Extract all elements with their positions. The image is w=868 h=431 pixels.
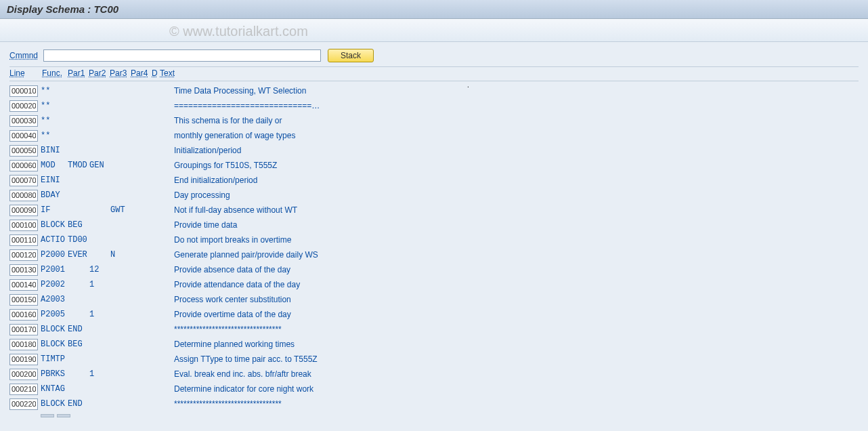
header-par3: Par3 xyxy=(110,68,131,78)
line-input[interactable] xyxy=(9,339,38,350)
bottom-scroll xyxy=(9,414,859,421)
table-row: **=============================… xyxy=(9,98,859,113)
line-cell xyxy=(9,324,41,335)
par2-cell: 12 xyxy=(89,265,110,274)
line-input[interactable] xyxy=(9,234,38,246)
table-row: PBRKS1Eval. break end inc. abs. bfr/aftr… xyxy=(9,367,859,382)
line-cell xyxy=(9,369,41,380)
par1-cell: BEG xyxy=(68,340,89,349)
line-input[interactable] xyxy=(9,279,38,291)
line-input[interactable] xyxy=(9,369,38,380)
func-cell: A2003 xyxy=(41,295,68,304)
text-cell: Initialization/period xyxy=(160,146,859,155)
func-cell: IF xyxy=(41,205,68,215)
line-input[interactable] xyxy=(9,264,38,276)
text-cell: Time Data Processing, WT Selection xyxy=(160,86,859,96)
par1-cell: TMOD xyxy=(68,161,89,170)
line-cell xyxy=(9,175,41,186)
table-row: **monthly generation of wage types xyxy=(9,128,859,143)
text-cell: Not if full-day absence without WT xyxy=(160,205,859,215)
line-input[interactable] xyxy=(9,354,38,365)
line-input[interactable] xyxy=(9,324,38,335)
line-input[interactable] xyxy=(9,205,38,216)
line-input[interactable] xyxy=(9,160,38,171)
func-cell: P2000 xyxy=(41,250,68,260)
par2-cell: 1 xyxy=(89,280,110,289)
table-row: BDAYDay processing xyxy=(9,188,859,203)
par1-cell: END xyxy=(68,325,89,334)
par1-cell: BEG xyxy=(68,220,89,230)
par1-cell: END xyxy=(68,399,89,409)
func-cell: P2002 xyxy=(41,280,68,289)
text-cell: This schema is for the daily or xyxy=(160,116,859,125)
line-input[interactable] xyxy=(9,249,38,261)
func-cell: BINI xyxy=(41,146,68,155)
header-par4: Par4 xyxy=(131,68,152,78)
table-row: P200112Provide absence data of the day xyxy=(9,262,859,277)
line-input[interactable] xyxy=(9,85,38,97)
header-d: D xyxy=(152,68,160,78)
func-cell: P2001 xyxy=(41,265,68,274)
table-row: BLOCKBEGProvide time data xyxy=(9,218,859,232)
line-input[interactable] xyxy=(9,220,38,231)
line-cell xyxy=(9,115,41,127)
line-cell xyxy=(9,354,41,365)
text-cell: Provide overtime data of the day xyxy=(160,310,859,319)
func-cell: ACTIO xyxy=(41,235,68,245)
line-cell xyxy=(9,234,41,246)
func-cell: KNTAG xyxy=(41,384,68,394)
func-cell: BLOCK xyxy=(41,325,68,334)
text-cell: Generate planned pair/provide daily WS xyxy=(160,250,859,260)
func-cell: BLOCK xyxy=(41,340,68,349)
func-cell: EINI xyxy=(41,176,68,185)
func-cell: ** xyxy=(41,86,68,96)
header-func: Func. xyxy=(42,68,68,78)
content-area: Cmmnd Stack Line Func. Par1 Par2 Par3 Pa… xyxy=(0,42,868,428)
line-cell xyxy=(9,279,41,291)
header-par1: Par1 xyxy=(68,68,89,78)
text-cell: Assign TType to time pair acc. to T555Z xyxy=(160,354,859,364)
line-input[interactable] xyxy=(9,309,38,321)
command-input[interactable] xyxy=(43,49,321,62)
line-input[interactable] xyxy=(9,130,38,142)
line-input[interactable] xyxy=(9,175,38,186)
par1-cell: EVER xyxy=(68,250,89,260)
stack-button[interactable]: Stack xyxy=(328,49,374,62)
text-cell: Process work center substitution xyxy=(160,295,859,304)
column-headers: Line Func. Par1 Par2 Par3 Par4 D Text xyxy=(9,66,859,81)
table-row: BLOCKEND********************************… xyxy=(9,396,859,411)
command-label: Cmmnd xyxy=(9,51,39,60)
text-cell: Provide attendance data of the day xyxy=(160,280,859,289)
table-row: KNTAGDetermine indicator for core night … xyxy=(9,382,859,396)
toolbar-spacer xyxy=(0,19,868,42)
line-cell xyxy=(9,85,41,97)
line-cell xyxy=(9,205,41,216)
text-cell: =============================… xyxy=(160,101,859,110)
func-cell: ** xyxy=(41,131,68,140)
line-input[interactable] xyxy=(9,100,38,112)
text-cell: Groupings for T510S, T555Z xyxy=(160,161,859,170)
func-cell: MOD xyxy=(41,161,68,170)
line-cell xyxy=(9,339,41,350)
line-input[interactable] xyxy=(9,115,38,127)
text-cell: Provide time data xyxy=(160,220,859,230)
line-input[interactable] xyxy=(9,190,38,201)
func-cell: ** xyxy=(41,116,68,125)
line-cell xyxy=(9,384,41,395)
command-row: Cmmnd Stack xyxy=(9,49,859,62)
line-cell xyxy=(9,294,41,306)
func-cell: BLOCK xyxy=(41,220,68,230)
table-row: P20021Provide attendance data of the day xyxy=(9,277,859,292)
line-input[interactable] xyxy=(9,145,38,157)
line-input[interactable] xyxy=(9,384,38,395)
line-input[interactable] xyxy=(9,398,38,410)
text-cell: Provide absence data of the day xyxy=(160,265,859,274)
line-input[interactable] xyxy=(9,294,38,306)
table-row: ACTIOTD00Do not import breaks in overtim… xyxy=(9,232,859,247)
func-cell: TIMTP xyxy=(41,354,68,364)
text-cell: Determine indicator for core night work xyxy=(160,384,859,394)
line-cell xyxy=(9,100,41,112)
func-cell: P2005 xyxy=(41,310,68,319)
par2-cell: GEN xyxy=(89,161,110,170)
line-cell xyxy=(9,130,41,142)
